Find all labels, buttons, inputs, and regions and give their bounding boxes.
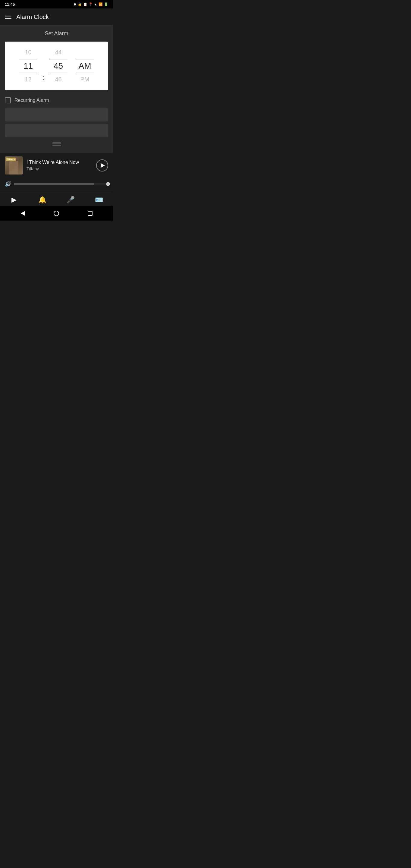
day-buttons-area <box>5 108 108 137</box>
hour-top-line <box>19 59 37 59</box>
day-row-2 <box>5 124 108 137</box>
recurring-alarm-row[interactable]: Recurring Alarm <box>5 95 108 108</box>
volume-track[interactable] <box>14 184 108 184</box>
time-separator: : <box>40 51 46 81</box>
time-picker[interactable]: 10 11 12 : 44 45 46 <box>5 41 108 90</box>
nav-voice-icon: 🎤 <box>67 196 75 204</box>
song-artist: Tiffany <box>27 166 93 171</box>
volume-row: 🔊 <box>0 178 113 192</box>
song-title: I Think We're Alone Now <box>27 160 93 165</box>
drag-handle[interactable] <box>5 140 108 148</box>
album-art: Tiffany <box>5 156 23 175</box>
colon-separator: : <box>42 74 44 81</box>
status-bar: 11:45 ⏺ 🔒 📋 📍 ▲ 📶 🔋 <box>0 0 113 8</box>
album-art-inner: Tiffany <box>5 156 23 175</box>
nav-contact-icon: 🪪 <box>95 196 103 204</box>
hour-current: 11 <box>24 60 33 72</box>
home-button[interactable] <box>53 210 60 217</box>
nav-item-voice[interactable]: 🎤 <box>57 195 85 205</box>
hour-bottom-line <box>19 73 37 73</box>
day-row-1 <box>5 108 108 121</box>
wifi-status-icon: ▲ <box>94 2 97 6</box>
bottom-nav: ▶ 🔔 🎤 🪪 <box>0 192 113 206</box>
period-prev <box>84 46 86 58</box>
period-top-line <box>76 59 94 59</box>
recent-button[interactable] <box>87 210 94 217</box>
hour-column[interactable]: 10 11 12 <box>16 46 40 85</box>
nav-alarm-icon: 🔔 <box>38 196 46 204</box>
back-button[interactable] <box>19 210 27 217</box>
day-btn-placeholder-1[interactable] <box>5 108 108 121</box>
minute-current: 45 <box>54 60 63 72</box>
nav-play-icon: ▶ <box>11 196 17 204</box>
time-picker-inner: 10 11 12 : 44 45 46 <box>16 46 97 85</box>
hour-prev: 10 <box>25 46 31 58</box>
drag-handle-icon <box>53 142 61 146</box>
play-status-icon: ⏺ <box>73 2 76 6</box>
home-icon <box>54 211 59 216</box>
period-current: AM <box>78 60 91 72</box>
volume-icon: 🔊 <box>5 181 11 187</box>
location-status-icon: 📍 <box>89 2 93 6</box>
set-alarm-title: Set Alarm <box>5 30 108 37</box>
minute-column[interactable]: 44 45 46 <box>46 46 70 85</box>
app-bar: Alarm Clock <box>0 8 113 25</box>
status-time: 11:45 <box>5 2 15 7</box>
now-playing-bar: Tiffany I Think We're Alone Now Tiffany <box>0 153 113 178</box>
recurring-checkbox[interactable] <box>5 97 11 103</box>
status-icons: ⏺ 🔒 📋 📍 ▲ 📶 🔋 <box>73 2 108 6</box>
recurring-label: Recurring Alarm <box>14 98 49 103</box>
now-playing-play-button[interactable] <box>96 159 108 172</box>
period-bottom-line <box>76 73 94 73</box>
lock-status-icon: 🔒 <box>78 2 82 6</box>
main-content: Set Alarm 10 11 12 : 44 45 4 <box>0 26 113 153</box>
play-triangle-icon <box>101 163 105 168</box>
hour-next: 12 <box>25 73 31 85</box>
drag-line-1 <box>53 142 61 143</box>
nav-item-play[interactable]: ▶ <box>0 195 28 205</box>
album-label-text: Tiffany <box>6 158 16 161</box>
minute-bottom-line <box>50 73 67 73</box>
clipboard-status-icon: 📋 <box>83 2 87 6</box>
hamburger-line-3 <box>5 19 11 19</box>
volume-thumb <box>106 182 110 186</box>
battery-status-icon: 🔋 <box>104 2 108 6</box>
song-info: I Think We're Alone Now Tiffany <box>27 160 93 171</box>
nav-item-contact[interactable]: 🪪 <box>85 195 113 205</box>
drag-line-3 <box>53 145 61 146</box>
hamburger-line-2 <box>5 17 11 17</box>
day-btn-placeholder-2[interactable] <box>5 124 108 137</box>
menu-button[interactable] <box>5 15 11 19</box>
period-column[interactable]: AM PM <box>73 46 97 85</box>
hamburger-line-1 <box>5 15 11 16</box>
volume-fill <box>14 184 94 184</box>
app-title: Alarm Clock <box>16 13 49 21</box>
minute-top-line <box>50 59 67 59</box>
system-nav <box>0 206 113 221</box>
period-next: PM <box>81 73 90 85</box>
nav-item-alarm[interactable]: 🔔 <box>28 195 57 205</box>
recent-icon <box>88 211 93 216</box>
minute-prev: 44 <box>55 46 61 58</box>
back-icon <box>21 211 25 216</box>
minute-next: 46 <box>55 73 61 85</box>
signal-status-icon: 📶 <box>98 2 103 6</box>
drag-line-2 <box>53 144 61 144</box>
